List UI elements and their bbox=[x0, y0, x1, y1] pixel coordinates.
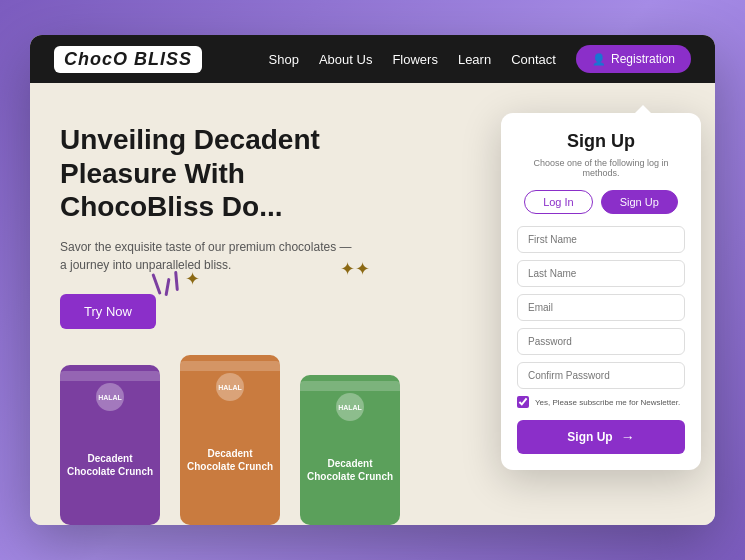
halal-badge-2: HALAL bbox=[216, 373, 244, 401]
modal-arrow bbox=[635, 105, 651, 113]
hero-content: Unveiling Decadent Pleasure With ChocoBl… bbox=[30, 83, 386, 329]
logo: ChocO BLISS bbox=[54, 46, 202, 73]
nav-shop[interactable]: Shop bbox=[269, 52, 299, 67]
tab-signup[interactable]: Sign Up bbox=[601, 190, 678, 214]
nav-links: Shop About Us Flowers Learn Contact Regi… bbox=[269, 45, 691, 73]
modal-submit-label: Sign Up bbox=[567, 430, 612, 444]
browser-window: ChocO BLISS Shop About Us Flowers Learn … bbox=[30, 35, 715, 525]
last-name-input[interactable] bbox=[517, 260, 685, 287]
bar-label-2: Decadent Chocolate Crunch bbox=[180, 447, 280, 473]
try-now-button[interactable]: Try Now bbox=[60, 294, 156, 329]
sparkle-icon-1: ✦ bbox=[185, 268, 200, 290]
bar-top-1 bbox=[60, 371, 160, 381]
hero-subtitle: Savor the exquisite taste of our premium… bbox=[60, 238, 356, 274]
modal-tabs: Log In Sign Up bbox=[517, 190, 685, 214]
newsletter-row: Yes, Please subscribe me for Newsletter. bbox=[517, 396, 685, 408]
hero-section: Unveiling Decadent Pleasure With ChocoBl… bbox=[30, 83, 715, 525]
modal-subtitle: Choose one of the following log in metho… bbox=[517, 158, 685, 178]
halal-badge-3: HALAL bbox=[336, 393, 364, 421]
email-input[interactable] bbox=[517, 294, 685, 321]
bar-label-3: Decadent Chocolate Crunch bbox=[300, 457, 400, 483]
bar-label-1: Decadent Chocolate Crunch bbox=[60, 452, 160, 478]
modal-title: Sign Up bbox=[517, 131, 685, 152]
password-input[interactable] bbox=[517, 328, 685, 355]
hero-title: Unveiling Decadent Pleasure With ChocoBl… bbox=[60, 123, 356, 224]
nav-learn[interactable]: Learn bbox=[458, 52, 491, 67]
registration-button[interactable]: Registration bbox=[576, 45, 691, 73]
product-bar-2: HALAL Decadent Chocolate Crunch bbox=[180, 355, 280, 525]
newsletter-checkbox[interactable] bbox=[517, 396, 529, 408]
navbar: ChocO BLISS Shop About Us Flowers Learn … bbox=[30, 35, 715, 83]
product-bar-1: HALAL Decadent Chocolate Crunch bbox=[60, 365, 160, 525]
bar-top-2 bbox=[180, 361, 280, 371]
signup-modal: Sign Up Choose one of the following log … bbox=[501, 113, 701, 470]
nav-about[interactable]: About Us bbox=[319, 52, 372, 67]
nav-contact[interactable]: Contact bbox=[511, 52, 556, 67]
bar-top-3 bbox=[300, 381, 400, 391]
product-bar-3: HALAL Decadent Chocolate Crunch bbox=[300, 375, 400, 525]
confirm-password-input[interactable] bbox=[517, 362, 685, 389]
newsletter-label: Yes, Please subscribe me for Newsletter. bbox=[535, 398, 680, 407]
modal-submit-button[interactable]: Sign Up → bbox=[517, 420, 685, 454]
tab-login[interactable]: Log In bbox=[524, 190, 593, 214]
nav-flowers[interactable]: Flowers bbox=[392, 52, 438, 67]
first-name-input[interactable] bbox=[517, 226, 685, 253]
arrow-icon: → bbox=[621, 429, 635, 445]
sparkle-icon-2: ✦✦ bbox=[340, 258, 370, 280]
halal-badge-1: HALAL bbox=[96, 383, 124, 411]
